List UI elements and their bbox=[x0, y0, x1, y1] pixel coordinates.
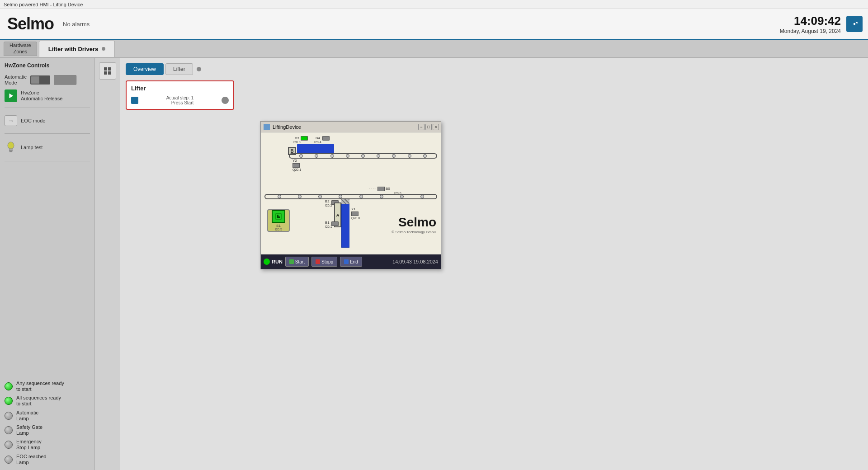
eoc-reached-lamp-label: EOC reachedLamp bbox=[16, 454, 47, 465]
svg-rect-11 bbox=[277, 216, 280, 218]
grid-icon bbox=[103, 66, 112, 75]
b-roller-5 bbox=[359, 195, 363, 198]
y2-sensor-label: Y2 Q20.1 bbox=[292, 159, 301, 172]
minimize-button[interactable]: − bbox=[418, 124, 425, 130]
mode-display bbox=[54, 75, 76, 85]
s1-address: I20.5 bbox=[275, 228, 282, 231]
sub-tab-overview[interactable]: Overview bbox=[126, 63, 164, 75]
main-layout: HwZone Controls AutomaticMode HwZoneAuto… bbox=[0, 58, 868, 470]
hatch-top bbox=[341, 199, 349, 204]
hwzone-auto-release-label: HwZoneAutomatic Release bbox=[21, 90, 62, 102]
end-label: End bbox=[350, 259, 358, 264]
b-roller-3 bbox=[318, 195, 322, 198]
window-controls: − □ × bbox=[418, 124, 439, 130]
title-bar-text: Selmo powered HMI - Lifting Device bbox=[4, 2, 83, 7]
b1-sensor-indicator bbox=[331, 221, 339, 226]
run-indicator: RUN bbox=[264, 258, 283, 265]
lifter-with-drivers-tab[interactable]: Lifter with Drivers bbox=[39, 41, 115, 57]
svg-rect-2 bbox=[9, 149, 12, 150]
actual-step-text: Actual step: 1 bbox=[166, 95, 194, 100]
divider-1 bbox=[5, 108, 90, 108]
s1-inner bbox=[272, 210, 285, 223]
s1-label: S1 bbox=[276, 224, 281, 228]
eoc-mode-label: EOC mode bbox=[21, 118, 45, 123]
top-conveyor-rail bbox=[289, 153, 437, 159]
eoc-reached-lamp-dot bbox=[5, 456, 13, 464]
svg-marker-0 bbox=[9, 94, 14, 99]
settings-button[interactable] bbox=[846, 16, 863, 32]
hardware-zones-tab[interactable]: HardwareZones bbox=[4, 42, 37, 56]
gear-icon bbox=[850, 20, 859, 28]
all-sequences-label: All sequences readyto start bbox=[16, 395, 61, 407]
alarm-status: No alarms bbox=[63, 21, 90, 28]
sub-tab-lifter[interactable]: Lifter bbox=[165, 63, 193, 75]
time-display: 14:09:42 bbox=[780, 14, 841, 28]
any-sequences-label: Any sequences readyto start bbox=[16, 381, 64, 392]
sub-tabs: Overview Lifter bbox=[126, 63, 863, 75]
status-safety-gate-lamp: Safety GateLamp bbox=[5, 424, 90, 436]
selmo-logo: Selmo bbox=[7, 14, 54, 33]
safety-gate-lamp-dot bbox=[5, 426, 13, 434]
press-start-text: Press Start bbox=[166, 100, 194, 105]
roller-4 bbox=[346, 154, 349, 158]
any-sequences-dot bbox=[5, 382, 13, 390]
svg-rect-5 bbox=[104, 67, 107, 70]
sub-tab-indicator bbox=[197, 67, 201, 71]
automatic-mode-label: AutomaticMode bbox=[5, 74, 27, 86]
run-label: RUN bbox=[272, 259, 283, 264]
top-header: Selmo No alarms 14:09:42 Monday, August … bbox=[0, 9, 868, 40]
eoc-mode-row: → EOC mode bbox=[5, 113, 90, 128]
play-icon bbox=[8, 93, 14, 99]
stopp-button[interactable]: Stopp bbox=[311, 257, 337, 267]
automatic-lamp-dot bbox=[5, 412, 13, 420]
clock-area: 14:09:42 Monday, August 19, 2024 bbox=[780, 14, 841, 34]
automatic-mode-toggle[interactable] bbox=[30, 75, 50, 85]
hwzone-auto-release-row: HwZoneAutomatic Release bbox=[5, 89, 90, 102]
left-sidebar: HwZone Controls AutomaticMode HwZoneAuto… bbox=[0, 58, 95, 470]
tab-bar: HardwareZones Lifter with Drivers bbox=[0, 40, 868, 58]
tab-status-indicator bbox=[102, 47, 105, 51]
s1-button[interactable]: S1 I20.5 bbox=[267, 209, 290, 232]
lifting-statusbar: RUN Start Stopp End 14:09:43 19.08.2024 bbox=[261, 254, 441, 269]
lifting-device-window: LiftingDevice − □ × B3I20.3 B4I20.4 bbox=[260, 121, 441, 269]
lifter-card-title: Lifter bbox=[131, 85, 229, 92]
hwzone-auto-release-button[interactable] bbox=[5, 89, 17, 102]
lifter-card-info: Actual step: 1 Press Start bbox=[166, 95, 194, 105]
b-roller-4 bbox=[339, 195, 342, 198]
selmo-diagram-brand: Selmo bbox=[398, 215, 436, 230]
b-roller-1 bbox=[278, 195, 281, 198]
middle-panel bbox=[95, 58, 120, 470]
stopp-label: Stopp bbox=[321, 259, 333, 264]
b-roller-6 bbox=[380, 195, 383, 198]
overview-tab-label: Overview bbox=[133, 66, 156, 72]
close-button[interactable]: × bbox=[433, 124, 439, 130]
roller-7 bbox=[392, 154, 396, 158]
lifting-window-title: LiftingDevice bbox=[273, 124, 301, 130]
roller-1 bbox=[299, 154, 303, 158]
start-button[interactable]: Start bbox=[285, 257, 309, 267]
safety-gate-lamp-label: Safety GateLamp bbox=[16, 424, 42, 436]
end-button[interactable]: End bbox=[340, 257, 362, 267]
status-any-sequences: Any sequences readyto start bbox=[5, 381, 90, 392]
svg-rect-6 bbox=[108, 67, 111, 70]
b3-sensor-label: B3I20.3 bbox=[293, 136, 301, 144]
lifter-status-dot bbox=[222, 97, 229, 104]
title-bar: Selmo powered HMI - Lifting Device bbox=[0, 0, 868, 9]
stopp-icon bbox=[316, 259, 320, 264]
roller-2 bbox=[315, 154, 318, 158]
vertical-lift-column bbox=[341, 202, 349, 248]
eoc-mode-button[interactable]: → bbox=[5, 115, 17, 126]
date-display: Monday, August 19, 2024 bbox=[780, 28, 841, 34]
roller-9 bbox=[423, 154, 427, 158]
status-eoc-reached-lamp: EOC reachedLamp bbox=[5, 454, 90, 465]
status-emergency-stop-lamp: EmergencyStop Lamp bbox=[5, 439, 90, 451]
lamp-test-row: Lamp test bbox=[5, 139, 90, 155]
roller-8 bbox=[408, 154, 411, 158]
panel-icon-button[interactable] bbox=[99, 62, 116, 80]
maximize-button[interactable]: □ bbox=[425, 124, 432, 130]
status-automatic-lamp: AutomaticLamp bbox=[5, 410, 90, 422]
hw-zones-label: HardwareZones bbox=[9, 42, 31, 54]
status-all-sequences: All sequences readyto start bbox=[5, 395, 90, 407]
run-status-dot bbox=[264, 258, 270, 265]
automatic-mode-row: AutomaticMode bbox=[5, 74, 90, 86]
